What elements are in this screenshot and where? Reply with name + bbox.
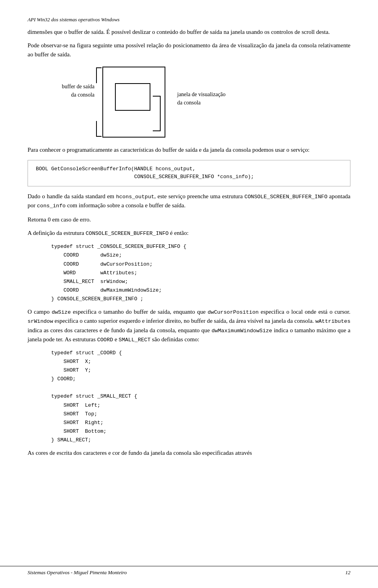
footer-right: 12	[345, 569, 350, 577]
inline-struct-name: CONSOLE_SCREEN_BUFFER_INFO	[85, 231, 169, 236]
paragraph-3: Pode observar-se na figura seguinte uma …	[28, 41, 350, 59]
inline-console-info: CONSOLE_SCREEN_BUFFER_INFO	[245, 194, 328, 200]
inline-dwsize: dwSize	[52, 309, 71, 315]
struct-code-2: typedef struct _COORD { SHORT X; SHORT Y…	[51, 349, 350, 445]
inline-coord: COORD	[97, 337, 113, 343]
diagram-label-right: janela de visualização da consola	[177, 90, 226, 107]
paragraph-1: dimensões que o buffer de saída. É possí…	[28, 28, 350, 37]
outer-buffer-rect	[102, 67, 165, 138]
inline-cons-info: cons_info	[37, 203, 66, 209]
bracket-left-bottom	[96, 121, 102, 137]
inline-hcons: hcons_output	[116, 194, 154, 200]
code-block-1: BOOL GetConsoleScreenBufferInfo(HANDLE h…	[28, 160, 350, 187]
struct-code-1: typedef struct _CONSOLE_SCREEN_BUFFER_IN…	[51, 242, 350, 303]
console-diagram: buffer de saída da consola janela de vis…	[51, 67, 350, 138]
paragraph-5: Dado o handle da saída standard em hcons…	[28, 192, 350, 210]
inline-srwindow: srWindow	[28, 318, 53, 324]
header-title: API Win32 dos sistemas operativos Window…	[28, 17, 120, 22]
paragraph-4: Para conhecer o programaticamente as car…	[28, 145, 350, 154]
inline-dwmax: dwMaximumWindowSize	[211, 328, 272, 334]
bracket-left-top	[96, 67, 102, 83]
diagram-visual	[102, 67, 165, 138]
paragraph-6: Retorna 0 em caso de erro.	[28, 215, 350, 224]
paragraph-8: O campo dwSize especifica o tamanho do b…	[28, 307, 350, 344]
inline-dwcursor: dwCursorPosition	[208, 309, 259, 315]
page-footer: Sistemas Operativos - Miguel Pimenta Mon…	[0, 566, 378, 577]
inner-window-rect	[115, 83, 150, 111]
inline-smallrect: SMALL_RECT	[119, 337, 150, 343]
paragraph-7: A definição da estrutura CONSOLE_SCREEN_…	[28, 229, 350, 238]
page-content: API Win32 dos sistemas operativos Window…	[0, 0, 378, 486]
inline-wattributes: wAttributes	[315, 318, 350, 324]
footer-left: Sistemas Operativos - Miguel Pimenta Mon…	[28, 569, 127, 577]
bracket-right	[153, 96, 161, 131]
page-header: API Win32 dos sistemas operativos Window…	[28, 16, 350, 24]
paragraph-9: As cores de escrita dos caracteres e cor…	[28, 448, 350, 458]
diagram-label-left: buffer de saída da consola	[51, 82, 94, 99]
